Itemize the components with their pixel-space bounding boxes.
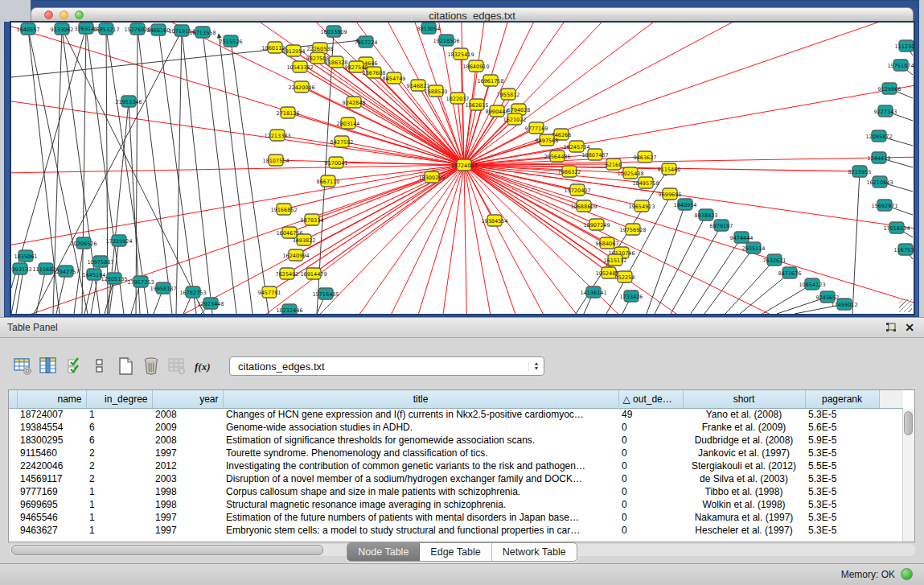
network-node[interactable]: 18232446 [276, 304, 302, 314]
network-node[interactable]: 14136141 [580, 286, 606, 298]
network-node[interactable]: 1840954 [674, 199, 697, 210]
table-cell[interactable]: 5.3E-5 [805, 485, 879, 498]
table-cell[interactable]: 5.3E-5 [805, 524, 879, 537]
table-cell[interactable]: 49 [618, 408, 683, 421]
table-cell[interactable]: 2 [86, 459, 152, 472]
network-node[interactable]: 18640910 [462, 60, 489, 72]
table-cell[interactable]: 2008 [152, 434, 223, 447]
network-node[interactable]: 9474444 [730, 232, 754, 243]
table-cell[interactable]: 1997 [152, 511, 223, 524]
table-cell[interactable]: Tibbo et al. (1998) [683, 485, 805, 498]
network-node[interactable]: 15720407 [564, 184, 590, 196]
table-cell[interactable]: 9777169 [17, 485, 86, 498]
table-cell[interactable]: Investigating the contribution of common… [223, 459, 618, 472]
table-select-dropdown[interactable]: citations_edges.txt ▲▼ [229, 356, 544, 376]
network-node[interactable]: 18325419 [447, 48, 474, 60]
network-node[interactable]: 15692971 [871, 200, 897, 211]
network-node[interactable]: 19384554 [481, 215, 507, 226]
table-cell[interactable]: 9465546 [17, 511, 86, 524]
network-node[interactable]: 8667110 [317, 175, 340, 187]
network-node[interactable]: 7515526 [220, 35, 243, 47]
network-node[interactable]: 8215955 [848, 166, 872, 177]
table-cell[interactable]: 22420046 [17, 459, 86, 472]
table-cell[interactable]: 1 [86, 524, 152, 537]
tab-edge-table[interactable]: Edge Table [420, 543, 491, 561]
network-node[interactable]: 9699695 [659, 188, 682, 200]
network-node[interactable]: 9129966 [878, 83, 901, 94]
table-cell[interactable]: 2 [86, 447, 152, 459]
column-header[interactable]: name [17, 390, 86, 408]
float-panel-icon[interactable] [885, 322, 897, 333]
network-node[interactable]: 9133062 [51, 23, 74, 35]
network-node[interactable]: 10543382 [286, 61, 313, 72]
network-node[interactable]: 17359924 [105, 235, 132, 246]
table-cell[interactable]: Franke et al. (2009) [683, 421, 805, 434]
table-cell[interactable]: 5.3E-5 [805, 447, 879, 459]
table-cell[interactable]: de Silva et al. (2003) [683, 472, 805, 485]
network-node[interactable]: 8990448 [486, 105, 509, 117]
table-cell[interactable]: Genome-wide association studies in ADHD. [223, 421, 618, 434]
table-cell[interactable]: 5.3E-5 [805, 498, 879, 511]
network-node[interactable]: 19166852 [270, 204, 297, 215]
network-node[interactable]: 62160 [606, 159, 622, 170]
new-document-icon[interactable] [116, 356, 135, 377]
table-cell[interactable]: Wolkin et al. (1998) [683, 498, 805, 511]
network-node[interactable]: 22420046 [288, 81, 314, 93]
table-cell[interactable]: 6 [86, 434, 152, 447]
table-row[interactable]: 977716911998Corpus callosum shape and si… [9, 485, 903, 498]
network-node[interactable]: 9242848 [343, 97, 366, 108]
table-settings-icon[interactable] [13, 356, 32, 377]
table-cell[interactable]: 9699695 [17, 498, 86, 511]
table-row[interactable]: 1872400712008Changes of HCN gene express… [9, 408, 903, 421]
table-cell[interactable]: Tourette syndrome. Phenomenology and cla… [223, 447, 618, 459]
node-table[interactable]: namein_degreeyeartitle△ out_de…shortpage… [8, 389, 915, 542]
table-cell[interactable]: Yano et al. (2008) [683, 408, 805, 421]
network-node[interactable]: 18107554 [262, 154, 289, 166]
table-cell[interactable]: 5.3E-5 [805, 472, 879, 485]
network-node[interactable]: 9457791 [258, 286, 281, 298]
table-cell[interactable]: 9115460 [17, 447, 86, 459]
table-cell[interactable]: 14569117 [17, 472, 86, 485]
table-cell[interactable]: Estimation of significance thresholds fo… [223, 434, 618, 447]
network-node[interactable]: 9227343 [874, 105, 897, 117]
network-node[interactable]: 1835061 [14, 250, 38, 262]
network-node[interactable]: 1733426 [620, 290, 643, 302]
network-node[interactable]: 16782753 [179, 286, 206, 298]
column-header[interactable]: year [152, 390, 223, 408]
network-node[interactable]: 8454749 [383, 72, 406, 84]
network-node[interactable]: 9463627 [634, 151, 657, 163]
table-cell[interactable]: 1997 [152, 524, 223, 537]
network-canvas[interactable]: 1860112889129542226053898275088186328175… [10, 21, 915, 315]
tab-node-table[interactable]: Node Table [347, 543, 420, 561]
table-cell[interactable]: 1997 [152, 447, 223, 459]
table-row[interactable]: 1830029562008Estimation of significance … [9, 434, 903, 447]
table-cell[interactable]: Changes of HCN gene expression and I(f) … [223, 408, 618, 421]
table-cell[interactable]: 9463627 [17, 524, 86, 537]
table-cell[interactable]: Corpus callosum shape and size in male p… [223, 485, 618, 498]
table-row[interactable]: 1456911722003Disruption of a novel membe… [9, 472, 903, 485]
table-cell[interactable]: 0 [618, 485, 683, 498]
network-svg[interactable]: 1860112889129542226053898275088186328175… [11, 23, 914, 314]
table-row[interactable]: 911546021997Tourette syndrome. Phenomeno… [9, 447, 903, 459]
network-node[interactable]: 19654923 [628, 200, 655, 212]
network-node[interactable]: 9170041 [325, 157, 348, 168]
row-height-icon[interactable] [90, 356, 109, 377]
delete-trash-icon[interactable] [142, 356, 161, 377]
network-node[interactable]: 16210643 [866, 176, 893, 187]
function-builder-icon[interactable]: f(x) [193, 356, 212, 377]
table-cell[interactable]: 6 [86, 421, 152, 434]
table-cell[interactable]: 5.6E-5 [805, 421, 879, 434]
network-node[interactable]: 15751074 [887, 60, 914, 71]
network-node[interactable]: 6879197 [710, 220, 733, 231]
network-node[interactable]: 20206526 [70, 237, 97, 249]
table-cell[interactable]: Estimation of the future numbers of pati… [223, 511, 618, 524]
vertical-scrollbar[interactable] [902, 409, 914, 542]
table-cell[interactable]: Dudbridge et al. (2008) [683, 434, 805, 447]
network-node[interactable]: 8427552 [331, 136, 354, 147]
network-node[interactable]: 12213383 [264, 130, 290, 141]
network-node[interactable]: 9115460 [658, 163, 681, 175]
network-node[interactable]: 1840557 [17, 23, 40, 35]
network-node[interactable]: 16033809 [320, 26, 347, 37]
select-rows-icon[interactable] [66, 356, 85, 377]
network-node[interactable]: 5878334 [301, 214, 324, 225]
